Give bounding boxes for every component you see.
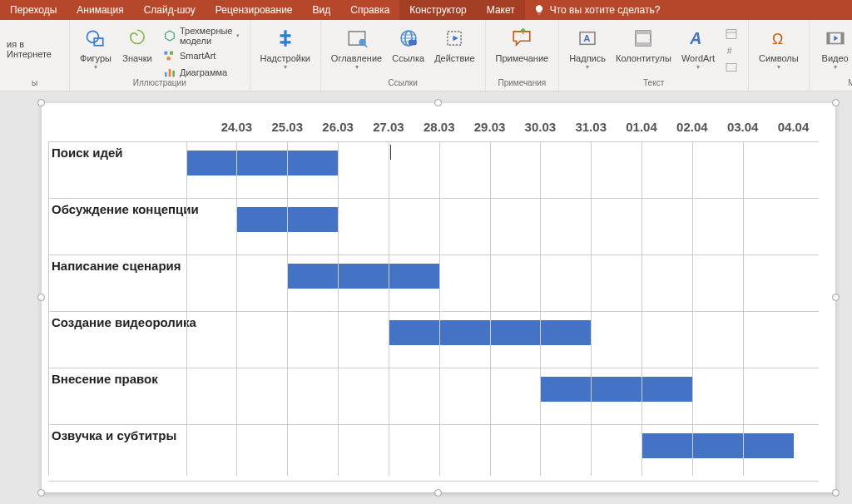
- action-button[interactable]: Действие: [429, 22, 479, 63]
- date-label: 01.04: [617, 120, 667, 138]
- gridline: [439, 141, 440, 476]
- tab-layout[interactable]: Макет: [477, 0, 525, 20]
- slidenum-button[interactable]: #: [723, 43, 740, 58]
- headerfooter-button[interactable]: Колонтитулы: [611, 22, 676, 63]
- object-icon: [725, 61, 738, 74]
- tell-me-search[interactable]: Что вы хотите сделать?: [525, 4, 669, 16]
- 3d-models-button[interactable]: Трехмерные модели ▾: [161, 25, 241, 47]
- svg-rect-27: [840, 33, 843, 44]
- object-button[interactable]: [723, 60, 740, 75]
- textbox-icon: A: [577, 27, 598, 49]
- gantt-row: Создание видеоролика: [48, 311, 819, 368]
- gantt-bar[interactable]: [287, 264, 439, 289]
- svg-rect-19: [637, 42, 651, 46]
- svg-rect-2: [164, 52, 167, 55]
- shapes-icon: [84, 27, 107, 50]
- date-button[interactable]: [723, 27, 740, 42]
- task-label: Создание видеоролика: [52, 315, 203, 330]
- textbox-button[interactable]: A Надпись ▾: [564, 22, 611, 71]
- group-media: Видео ▾ Звук ▾ За эк Мультимедиа: [810, 20, 852, 91]
- date-label: 24.03: [211, 120, 262, 138]
- date-label: 30.03: [515, 120, 566, 138]
- group-reuse: ия в Интернете ы: [0, 20, 70, 91]
- slide-workspace: 24.0325.0326.0327.0328.0329.0330.0331.03…: [0, 91, 852, 492]
- gantt-row: Поиск идей: [48, 141, 819, 198]
- group-links: Оглавление ▾ Ссылка Действие Ссылки: [321, 20, 486, 91]
- svg-marker-28: [834, 36, 838, 42]
- gantt-bar[interactable]: [186, 151, 339, 175]
- bulb-icon: [533, 4, 545, 16]
- task-label: Поиск идей: [52, 146, 203, 161]
- gantt-row: Обсуждение концепции: [48, 198, 819, 254]
- group-text-label: Текст: [643, 77, 664, 89]
- smartart-icon: [163, 49, 176, 62]
- chart-plot-area[interactable]: 24.0325.0326.0327.0328.0329.0330.0331.03…: [48, 120, 819, 476]
- reuse-slides-btn[interactable]: ия в Интернете: [5, 38, 64, 60]
- tab-review[interactable]: Рецензирование: [206, 0, 303, 20]
- tab-help[interactable]: Справка: [340, 0, 399, 20]
- gridline: [540, 141, 541, 476]
- gantt-row: Внесение правок: [48, 368, 819, 424]
- date-label: 29.03: [464, 120, 515, 138]
- date-label: 04.04: [768, 120, 819, 138]
- svg-point-0: [87, 31, 99, 42]
- gridline: [641, 141, 642, 476]
- gridline: [338, 141, 339, 476]
- group-media-label: Мультимедиа: [848, 77, 852, 89]
- cube-icon: [163, 29, 176, 42]
- hash-icon: #: [725, 44, 738, 57]
- link-icon: [398, 27, 419, 49]
- group-addins-label: [284, 77, 286, 89]
- svg-rect-6: [169, 69, 171, 77]
- gridline: [490, 141, 491, 476]
- svg-rect-4: [167, 57, 171, 60]
- gridline: [591, 141, 592, 476]
- tab-animation[interactable]: Анимация: [67, 0, 133, 20]
- shapes-button[interactable]: Фигуры ▾: [75, 22, 116, 71]
- tab-view[interactable]: Вид: [303, 0, 341, 20]
- ribbon: ия в Интернете ы Фигуры ▾ Значки Трехмер…: [0, 20, 852, 91]
- video-button[interactable]: Видео ▾: [815, 22, 852, 71]
- svg-rect-18: [637, 31, 651, 34]
- gridline: [743, 141, 744, 476]
- link-button[interactable]: Ссылка: [387, 22, 429, 63]
- icons-button[interactable]: Значки: [116, 22, 158, 63]
- group-text: A Надпись ▾ Колонтитулы A WordArt ▾ # Те…: [559, 20, 749, 91]
- comment-button[interactable]: Примечание: [491, 22, 554, 63]
- addins-button[interactable]: Надстройки ▾: [255, 22, 315, 71]
- svg-marker-14: [453, 36, 459, 42]
- gridline: [389, 141, 389, 476]
- svg-text:A: A: [689, 29, 701, 47]
- action-icon: [443, 27, 465, 49]
- headerfooter-icon: [632, 27, 654, 49]
- gantt-chart-object[interactable]: 24.0325.0326.0327.0328.0329.0330.0331.03…: [42, 103, 835, 492]
- gantt-row: Озвучка и субтитры: [48, 424, 819, 481]
- tab-transitions[interactable]: Переходы: [0, 0, 67, 20]
- date-label: 27.03: [363, 120, 414, 138]
- svg-rect-23: [726, 63, 736, 71]
- svg-rect-12: [409, 40, 417, 46]
- task-label: Обсуждение концепции: [52, 202, 203, 217]
- group-addins: Надстройки ▾: [250, 20, 321, 91]
- date-label: 26.03: [313, 120, 364, 138]
- wordart-button[interactable]: A WordArt ▾: [676, 22, 720, 71]
- gantt-bar[interactable]: [540, 377, 692, 402]
- toc-icon: [346, 27, 368, 49]
- smartart-button[interactable]: SmartArt: [161, 48, 241, 63]
- icons-icon: [126, 27, 148, 49]
- task-rows: Поиск идейОбсуждение концепцииНаписание …: [48, 141, 819, 476]
- date-axis: 24.0325.0326.0327.0328.0329.0330.0331.03…: [211, 120, 819, 138]
- gantt-bar[interactable]: [641, 433, 794, 458]
- omega-icon: Ω: [768, 27, 790, 49]
- tab-slideshow[interactable]: Слайд-шоу: [134, 0, 206, 20]
- group-comments-label: Примечания: [498, 77, 546, 89]
- tab-designer[interactable]: Конструктор: [399, 0, 476, 20]
- ribbon-tabs: Переходы Анимация Слайд-шоу Рецензирован…: [0, 0, 852, 20]
- toc-button[interactable]: Оглавление ▾: [326, 22, 387, 71]
- wordart-icon: A: [687, 27, 709, 49]
- addin-icon: [275, 27, 296, 49]
- gridline: [692, 141, 693, 476]
- symbols-button[interactable]: Ω Символы ▾: [754, 22, 804, 71]
- svg-text:A: A: [583, 33, 590, 43]
- svg-text:#: #: [727, 46, 732, 56]
